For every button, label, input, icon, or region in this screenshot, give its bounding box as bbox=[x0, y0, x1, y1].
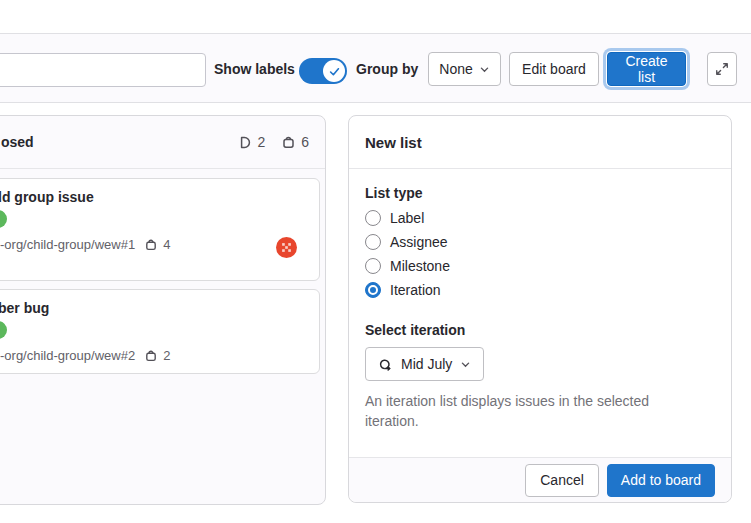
label-badge[interactable]: g bbox=[0, 321, 7, 339]
issue-board-screen: Show labels Group by None Edit board Cre… bbox=[0, 0, 751, 523]
add-to-board-button[interactable]: Add to board bbox=[607, 464, 715, 497]
radio-icon[interactable] bbox=[365, 210, 381, 226]
card-title: ld group issue bbox=[0, 189, 307, 205]
column-counts: 2 6 bbox=[237, 134, 309, 150]
card-list: ld group issue g -org/child-group/wew#1 … bbox=[0, 169, 325, 374]
radio-icon[interactable] bbox=[365, 258, 381, 274]
issue-reference: -org/child-group/wew#2 bbox=[0, 348, 135, 363]
create-list-button[interactable]: Create list bbox=[607, 52, 686, 86]
radio-label: Iteration bbox=[390, 282, 441, 298]
chevron-down-icon bbox=[460, 359, 471, 370]
group-by-value: None bbox=[439, 61, 472, 77]
check-icon bbox=[328, 65, 341, 78]
radio-label: Assignee bbox=[390, 234, 448, 250]
radio-label: Label bbox=[390, 210, 424, 226]
radio-option-assignee[interactable]: Assignee bbox=[365, 234, 715, 250]
card-title: ber bug bbox=[0, 300, 307, 316]
iteration-icon bbox=[378, 357, 393, 372]
issue-icon bbox=[237, 135, 252, 150]
radio-icon-selected[interactable] bbox=[365, 282, 381, 298]
radio-icon[interactable] bbox=[365, 234, 381, 250]
issue-card[interactable]: ber bug g -org/child-group/wew#2 2 bbox=[0, 289, 320, 374]
expand-icon bbox=[715, 62, 729, 76]
column-title: osed bbox=[1, 134, 34, 150]
issue-count: 2 bbox=[257, 134, 265, 150]
toggle-knob bbox=[323, 60, 345, 82]
radio-option-iteration[interactable]: Iteration bbox=[365, 282, 715, 298]
issue-card[interactable]: ld group issue g -org/child-group/wew#1 … bbox=[0, 178, 320, 281]
search-input[interactable] bbox=[0, 53, 206, 87]
weight-icon bbox=[144, 238, 158, 252]
panel-title: New list bbox=[349, 116, 731, 169]
card-meta: -org/child-group/wew#2 2 bbox=[0, 348, 307, 363]
expand-button[interactable] bbox=[707, 52, 737, 86]
board-toolbar: Show labels Group by None Edit board Cre… bbox=[0, 33, 751, 103]
board-column-closed: osed 2 6 bbox=[0, 115, 326, 505]
radio-option-milestone[interactable]: Milestone bbox=[365, 258, 715, 274]
iteration-dropdown[interactable]: Mid July bbox=[365, 347, 484, 381]
column-header: osed 2 6 bbox=[0, 116, 325, 169]
weight-icon bbox=[144, 349, 158, 363]
radio-label: Milestone bbox=[390, 258, 450, 274]
issue-reference: -org/child-group/wew#1 bbox=[0, 237, 135, 252]
weight-icon bbox=[281, 135, 296, 150]
new-list-panel: New list List type Label Assignee Milest… bbox=[348, 115, 732, 503]
card-weight: 4 bbox=[163, 237, 170, 252]
show-labels-toggle[interactable] bbox=[299, 58, 347, 84]
column-weight: 6 bbox=[301, 134, 309, 150]
cancel-button[interactable]: Cancel bbox=[525, 464, 599, 497]
iteration-value: Mid July bbox=[401, 356, 452, 372]
iteration-help-text: An iteration list displays issues in the… bbox=[365, 391, 695, 431]
card-meta: -org/child-group/wew#1 4 bbox=[0, 237, 307, 252]
panel-body: List type Label Assignee Milestone Itera… bbox=[349, 169, 731, 447]
panel-footer: Cancel Add to board bbox=[349, 457, 731, 502]
card-weight: 2 bbox=[163, 348, 170, 363]
radio-option-label[interactable]: Label bbox=[365, 210, 715, 226]
show-labels-label: Show labels bbox=[214, 61, 295, 77]
label-badge[interactable]: g bbox=[0, 210, 7, 228]
group-by-label: Group by bbox=[356, 61, 418, 77]
list-type-heading: List type bbox=[365, 185, 715, 201]
chevron-down-icon bbox=[479, 64, 490, 75]
select-iteration-heading: Select iteration bbox=[365, 322, 715, 338]
group-by-dropdown[interactable]: None bbox=[428, 52, 501, 86]
assignee-avatar[interactable] bbox=[276, 237, 297, 258]
edit-board-button[interactable]: Edit board bbox=[509, 52, 599, 86]
